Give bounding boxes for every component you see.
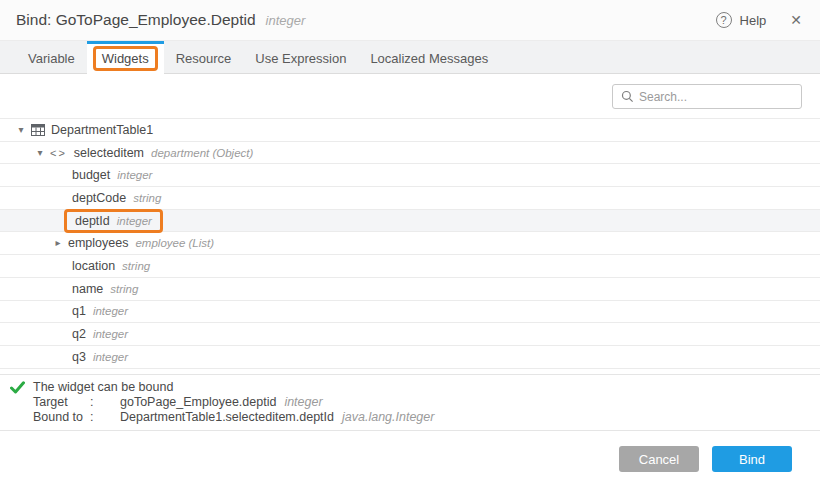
bind-status-panel: The widget can be bound Target : goToPag… [0,374,820,430]
status-boundto-row: Bound to : DepartmentTable1.selecteditem… [33,410,820,425]
search-input[interactable] [639,90,795,104]
tab-localized-messages-label: Localized Messages [370,51,488,66]
status-separator: : [90,410,120,425]
caret-down-icon[interactable]: ▾ [35,148,45,158]
help-button[interactable]: Help [740,13,767,28]
tree-node-label: budget [72,168,110,182]
tree-node-label: q2 [72,327,86,341]
table-icon [31,124,45,136]
dialog-title-type: integer [266,13,306,28]
tree-node-label: q3 [72,350,86,364]
tree-node-type: integer [117,169,152,181]
tree-node-type: employee (List) [135,237,214,249]
tree-node-type: integer [93,351,128,363]
tree-node-label: employees [68,236,128,250]
status-separator: : [90,395,120,410]
search-box[interactable] [612,84,802,109]
tree-node-type: string [110,283,138,295]
cancel-button[interactable]: Cancel [619,446,699,472]
tree-node-type: department (Object) [151,147,253,159]
help-icon[interactable]: ? [716,12,732,28]
status-target-label: Target [33,395,90,410]
bind-button[interactable]: Bind [712,446,792,472]
deptid-highlight: deptId integer [64,209,163,233]
tree-node-type: string [133,192,161,204]
tree-node-label: DepartmentTable1 [51,123,153,137]
tree-node-location[interactable]: location string [0,255,820,278]
tab-localized-messages[interactable]: Localized Messages [358,41,500,73]
tree-node-employees[interactable]: ▸ employees employee (List) [0,232,820,255]
tab-resource-label: Resource [176,51,232,66]
tab-variable[interactable]: Variable [16,41,87,73]
tree-node-label: deptId [75,214,110,228]
tab-widgets-label: Widgets [102,51,149,66]
tree-node-type: integer [93,328,128,340]
status-message: The widget can be bound [33,380,820,395]
tree-node-type: string [122,260,150,272]
tree-node-label: q1 [72,304,86,318]
tab-bar: Variable Widgets Resource Use Expression… [0,41,820,74]
status-boundto-value: DepartmentTable1.selecteditem.deptId [120,410,334,425]
tree-node-departmenttable1[interactable]: ▾ DepartmentTable1 [0,119,820,142]
search-icon [621,90,634,103]
tree-node-label: selecteditem [74,146,144,160]
tree-node-type: integer [117,215,152,227]
tree-node-deptid[interactable]: deptId integer [0,210,820,233]
tree-node-q3[interactable]: q3 integer [0,346,820,369]
status-boundto-label: Bound to [33,410,90,425]
tree-node-q1[interactable]: q1 integer [0,301,820,324]
dialog-title: Bind: GoToPage_Employee.Deptid [16,11,256,29]
caret-right-icon[interactable]: ▸ [53,238,63,248]
status-boundto-type: java.lang.Integer [342,410,434,425]
tree-node-budget[interactable]: budget integer [0,164,820,187]
tab-use-expression[interactable]: Use Expression [243,41,358,73]
tree-node-selecteditem[interactable]: ▾ <> selecteditem department (Object) [0,142,820,165]
tree-node-label: location [72,259,115,273]
bind-dialog: Bind: GoToPage_Employee.Deptid integer ?… [0,0,820,487]
tree-node-q2[interactable]: q2 integer [0,323,820,346]
status-target-type: integer [284,395,322,410]
tree-node-label: deptCode [72,191,126,205]
object-icon: <> [50,147,67,159]
status-target-row: Target : goToPage_Employee.deptid intege… [33,395,820,410]
dialog-header: Bind: GoToPage_Employee.Deptid integer ?… [0,0,820,41]
caret-down-icon[interactable]: ▾ [16,125,26,135]
check-icon [10,381,25,394]
header-actions: ? Help ✕ [716,12,802,28]
tab-resource[interactable]: Resource [164,41,244,73]
tree-node-type: integer [93,305,128,317]
tree-node-name[interactable]: name string [0,278,820,301]
tab-variable-label: Variable [28,51,75,66]
tree-node-deptcode[interactable]: deptCode string [0,187,820,210]
tree-node-label: name [72,282,103,296]
tab-widgets[interactable]: Widgets [87,41,164,74]
close-icon[interactable]: ✕ [790,12,802,28]
dialog-footer: Cancel Bind [0,430,820,487]
tab-use-expression-label: Use Expression [255,51,346,66]
dialog-content: ▾ DepartmentTable1 ▾ <> selecteditem dep [0,74,820,430]
status-target-value: goToPage_Employee.deptid [120,395,276,410]
tab-widgets-highlight: Widgets [93,46,158,71]
widget-tree: ▾ DepartmentTable1 ▾ <> selecteditem dep [0,118,820,374]
